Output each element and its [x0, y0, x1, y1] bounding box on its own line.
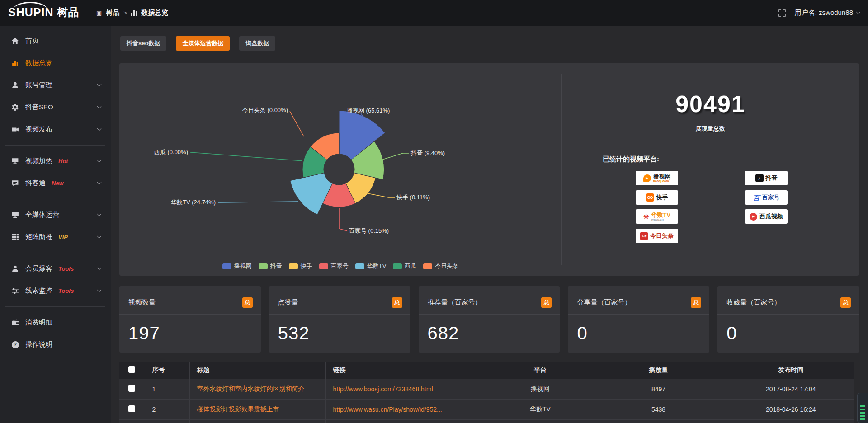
cell-link-link[interactable]: http://www.boosj.com/7338468.html: [333, 385, 433, 393]
legend-item-播视网[interactable]: 播视网: [222, 262, 252, 270]
sidebar-item-heat[interactable]: 视频加热Hot: [0, 150, 111, 172]
legend-item-快手[interactable]: 快手: [289, 262, 312, 270]
sidebar-item-video[interactable]: 视频发布: [0, 118, 111, 141]
wasu-logo-icon: ❋: [643, 213, 649, 220]
sidebar-item-monitor[interactable]: 全媒体运营: [0, 204, 111, 226]
pie-label-百家号: 百家号 (0.15%): [349, 227, 389, 235]
cell-title-link[interactable]: 楼体投影灯投影效果震撼上市: [197, 405, 279, 413]
cell-plays: 8497: [590, 379, 727, 399]
breadcrumb-root[interactable]: 树品: [106, 9, 119, 17]
platform-badge-xigua: ▶西瓜视频: [745, 209, 788, 224]
sidebar-item-grid[interactable]: 矩阵助推VIP: [0, 226, 111, 248]
legend-item-抖音[interactable]: 抖音: [259, 262, 282, 270]
legend-swatch: [289, 263, 298, 269]
legend-item-西瓜[interactable]: 西瓜: [393, 262, 416, 270]
pie-leader-华数TV: [218, 202, 298, 202]
kuaishou-logo-icon: OO: [646, 193, 654, 202]
sidebar-divider: [5, 253, 105, 253]
tab-1[interactable]: 全媒体运营数据: [176, 36, 230, 51]
tab-2[interactable]: 询盘数据: [239, 36, 275, 51]
legend-label: 西瓜: [405, 262, 416, 270]
col-header-1: 标题: [189, 362, 326, 379]
sliders-icon: [11, 287, 19, 295]
breadcrumb-current[interactable]: 数据总览: [141, 9, 168, 17]
wallet-icon-wrap: [11, 318, 19, 327]
sidebar-item-label: 抖音SEO: [25, 103, 53, 112]
cell-platform: 播视网: [491, 379, 590, 399]
cell-plays: 5438: [590, 399, 727, 419]
sidebar-item-label: 数据总览: [25, 59, 52, 67]
username-dropdown[interactable]: 用户名: zswodun88: [795, 9, 860, 17]
grid-icon-wrap: [11, 233, 19, 241]
pie-slice-华数TV[interactable]: [290, 173, 333, 215]
home-icon-wrap: [11, 37, 19, 45]
cell-title: 室外水纹灯和室内水纹灯的区别和简介: [189, 379, 326, 399]
stat-cards-row: 视频数量总197点赞量总532推荐量（百家号）总682分享量（百家号）总0收藏量…: [119, 286, 859, 352]
chevron-down-icon: [97, 158, 102, 163]
row-checkbox[interactable]: [128, 385, 135, 392]
cell-link-link[interactable]: http://www.wasu.cn/Play/show/id/952...: [333, 406, 442, 413]
legend-label: 百家号: [331, 262, 349, 270]
sidebar-item-user[interactable]: 账号管理: [0, 74, 111, 96]
row-checkbox[interactable]: [128, 405, 135, 412]
fullscreen-icon[interactable]: [778, 9, 786, 17]
user2-icon-wrap: [11, 264, 19, 273]
sidebar-item-label: 抖客通: [25, 179, 46, 188]
sidebar-item-chart[interactable]: 数据总览: [0, 52, 111, 74]
tab-0[interactable]: 抖音seo数据: [120, 36, 166, 51]
user-area: 用户名: zswodun88: [778, 0, 860, 26]
total-badge: 总: [840, 297, 851, 308]
impressions-total-label: 展现量总数: [562, 125, 859, 133]
sidebar-item-home[interactable]: 首页: [0, 30, 111, 52]
user-icon-wrap: [11, 81, 19, 89]
stat-card-0: 视频数量总197: [119, 286, 261, 352]
floating-side-widget[interactable]: [857, 393, 868, 423]
total-badge: 总: [242, 297, 253, 308]
legend-swatch: [222, 263, 231, 269]
pie-leader-今日头条: [290, 111, 304, 136]
pie-label-今日头条: 今日头条 (0.00%): [242, 106, 288, 114]
pie-svg: [119, 63, 561, 276]
pie-label-播视网: 播视网 (65.61%): [347, 107, 390, 115]
pie-label-抖音: 抖音 (9.40%): [411, 149, 445, 157]
heat-icon: [11, 157, 19, 165]
toutiao-logo-icon: 头条: [640, 232, 648, 240]
legend-item-百家号[interactable]: 百家号: [319, 262, 349, 270]
grid-icon: [11, 233, 19, 241]
chevron-down-icon: [97, 266, 102, 270]
baijiahao-logo-icon: 百: [753, 194, 760, 201]
legend-item-华数TV[interactable]: 华数TV: [355, 262, 387, 270]
cell-published: 2018-04-26 16:24: [727, 399, 854, 419]
legend-item-今日头条[interactable]: 今日头条: [423, 262, 458, 270]
sidebar-item-user2[interactable]: 会员爆客Tools: [0, 258, 111, 280]
username-label: 用户名: zswodun88: [795, 9, 853, 17]
home-icon: [11, 37, 19, 45]
sidebar-item-label: 全媒体运营: [25, 211, 59, 219]
table-header-row: 序号标题链接平台播放量发布时间: [119, 362, 854, 379]
platform-name: 播视网: [653, 174, 671, 180]
videos-table: 序号标题链接平台播放量发布时间 1室外水纹灯和室内水纹灯的区别和简介http:/…: [119, 362, 854, 423]
legend-swatch: [319, 263, 328, 269]
chart-icon-wrap: [11, 59, 19, 67]
data-tabs: 抖音seo数据全媒体运营数据询盘数据: [120, 36, 275, 51]
pie-leader-快手: [368, 193, 395, 197]
sidebar-item-sliders[interactable]: 线索监控Tools: [0, 280, 111, 302]
chevron-down-icon: [856, 10, 861, 14]
sidebar-item-gear[interactable]: 抖音SEO: [0, 96, 111, 118]
stat-card-label: 点赞量: [278, 298, 298, 307]
sidebar-item-chat[interactable]: 抖客通New: [0, 172, 111, 194]
cell-title-link[interactable]: 室外水纹灯和室内水纹灯的区别和简介: [197, 385, 305, 392]
pie-leader-百家号: [339, 208, 347, 231]
stat-card-4: 收藏量（百家号）总0: [717, 286, 859, 352]
col-header-5: 发布时间: [727, 362, 854, 379]
stat-card-header: 分享量（百家号）总: [568, 286, 709, 315]
wallet-icon: [11, 319, 19, 326]
legend-label: 快手: [301, 262, 312, 270]
chevron-down-icon: [97, 234, 102, 239]
sidebar-item-help[interactable]: ?操作说明: [0, 334, 111, 356]
sidebar-item-wallet[interactable]: 消费明细: [0, 311, 111, 334]
legend-swatch: [423, 263, 432, 269]
cell-platform: 华数TV: [491, 399, 590, 419]
select-all-checkbox[interactable]: [128, 366, 135, 373]
table-row: 2楼体投影灯投影效果震撼上市http://www.wasu.cn/Play/sh…: [119, 399, 854, 419]
